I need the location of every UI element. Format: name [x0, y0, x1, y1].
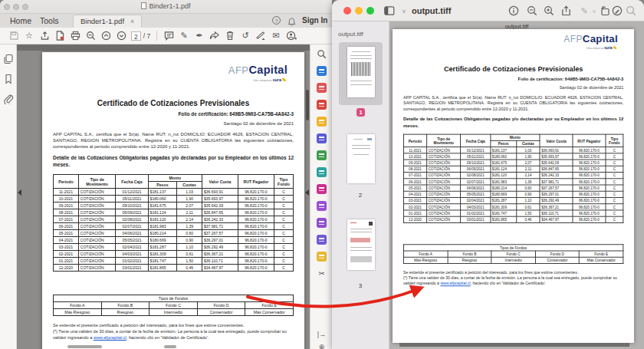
- table-cell: 1,50: [517, 210, 540, 216]
- fill-sign-icon[interactable]: [317, 235, 327, 245]
- table-cell: 06/09/2021: [461, 166, 491, 173]
- close-tab-icon[interactable]: ×: [130, 18, 134, 25]
- rotate-left-icon[interactable]: [599, 5, 611, 16]
- table-cell: 0,61: [177, 251, 202, 258]
- thumbnail-page-1[interactable]: [347, 47, 375, 97]
- pdf-document-viewport[interactable]: AFPCapital Una empresa sura Certificado …: [17, 44, 310, 349]
- search-icon[interactable]: [317, 49, 327, 59]
- convert-pages-icon[interactable]: [317, 133, 327, 143]
- table-cell: $36.693,91: [540, 147, 573, 153]
- snip-scissors-icon[interactable]: ✂: [317, 268, 327, 278]
- sign-in-button[interactable]: Sign In: [302, 14, 327, 28]
- esign-person-icon[interactable]: [317, 218, 327, 228]
- sidebar-chevron-icon[interactable]: v: [398, 5, 410, 16]
- attachments-panel-icon[interactable]: [3, 94, 14, 104]
- previous-page-icon[interactable]: [98, 30, 113, 42]
- table-cell: 96.820.170-0: [573, 179, 606, 185]
- ink-signature-icon[interactable]: ✒: [192, 30, 207, 42]
- search-icon[interactable]: [625, 5, 637, 16]
- tab-home[interactable]: Home: [10, 14, 31, 28]
- afpcapital-link[interactable]: www.afpcapital.cl: [440, 282, 470, 285]
- table-row: 01-2021COTIZACIÓN01/02/2021$181.7471,50$…: [54, 258, 294, 265]
- pdf-viewer-window: Binder1-1.pdf Home Tools Binder1-1.pdf× …: [0, 0, 332, 349]
- table-cell: $36.110,71: [202, 258, 238, 265]
- zoom-window-button[interactable]: [366, 7, 374, 15]
- save-icon[interactable]: [6, 30, 21, 42]
- collapse-right-panel-icon[interactable]: [305, 189, 309, 196]
- table-cell: 09-2021: [54, 202, 79, 209]
- sidebar-toggle-icon[interactable]: [384, 5, 396, 16]
- table-cell: 02/08/2021: [461, 173, 491, 179]
- table-cell: 05/05/2021: [116, 237, 148, 244]
- table-row: 11-2021COTIZACIÓN01/12/2021$181.1371,03$…: [403, 147, 623, 153]
- markup-toolbar-icon[interactable]: [611, 5, 623, 16]
- zoom-in-icon[interactable]: [543, 5, 555, 16]
- minimize-window-button[interactable]: [355, 7, 363, 15]
- expand-panel-icon[interactable]: |→: [317, 330, 327, 340]
- table-cell: 05-2021: [403, 185, 426, 191]
- table-cell: C: [606, 160, 623, 166]
- afpcapital-link[interactable]: www.afpcapital.cl: [94, 335, 127, 340]
- table-cell: $181.120: [148, 216, 177, 223]
- table-cell: Fondo B: [448, 251, 491, 257]
- table-cell: C: [274, 230, 293, 237]
- table-cell: Riesgoso: [101, 309, 150, 316]
- bookmarks-panel-icon[interactable]: [3, 74, 14, 84]
- table-cell: COTIZACIÓN: [78, 202, 116, 209]
- edit-pdf-icon[interactable]: [317, 201, 327, 211]
- help-icon[interactable]: ?: [272, 16, 281, 25]
- new-page-icon[interactable]: [52, 30, 67, 42]
- share-forward-icon[interactable]: [207, 30, 222, 42]
- export-excel-icon[interactable]: [317, 150, 327, 160]
- collapse-left-panel-icon[interactable]: [18, 189, 21, 196]
- table-cell: 96.820.170-0: [238, 216, 274, 223]
- share-upload-icon[interactable]: [37, 30, 52, 42]
- table-cell: 96.820.170-0: [573, 198, 606, 204]
- table-cell: 10-2021: [403, 153, 426, 160]
- export-pdf-icon[interactable]: [317, 100, 327, 110]
- zoom-out-icon[interactable]: [526, 5, 538, 16]
- share-icon[interactable]: [560, 5, 572, 16]
- translate-chat-icon[interactable]: [317, 167, 327, 177]
- table-cell: $180.669: [148, 237, 177, 244]
- col-header-monto: Monto: [491, 134, 540, 140]
- comments-panel-icon[interactable]: [317, 117, 327, 127]
- table-cell: 12-2020: [54, 265, 79, 272]
- highlighter-tool-icon[interactable]: [317, 184, 327, 194]
- info-icon[interactable]: [508, 5, 520, 16]
- table-cell: 96.820.170-0: [238, 244, 274, 251]
- pages-panel-icon[interactable]: [3, 54, 14, 64]
- favorite-star-icon[interactable]: ☆: [21, 30, 37, 42]
- table-cell: COTIZACIÓN: [78, 196, 116, 202]
- combine-files-icon[interactable]: [317, 252, 327, 262]
- table-cell: 0,46: [517, 216, 540, 222]
- document-scrollbar-thumb[interactable]: [306, 90, 309, 120]
- col-header-fecha-caja: Fecha Caja: [116, 175, 148, 189]
- email-icon[interactable]: ✉: [268, 30, 284, 42]
- table-cell: 09/10/2021: [116, 202, 148, 209]
- dock-remnant: [164, 345, 176, 348]
- sign-document-icon[interactable]: [253, 30, 268, 42]
- delete-trash-icon[interactable]: [222, 30, 238, 42]
- page-number-input[interactable]: 2: [131, 31, 141, 41]
- next-page-icon[interactable]: [113, 30, 129, 42]
- rotate-icon[interactable]: ↺: [238, 30, 253, 42]
- thumbnail-page-3[interactable]: [347, 219, 375, 270]
- print-icon[interactable]: [67, 30, 83, 42]
- preview-title: output.tiff: [412, 6, 451, 15]
- table-cell: 01/12/2021: [461, 147, 491, 153]
- pencil-edit-icon[interactable]: ✎: [176, 30, 192, 42]
- document-tab[interactable]: Binder1-1.pdf×: [73, 15, 142, 28]
- table-cell: 96.820.170-0: [238, 237, 274, 244]
- tab-tools[interactable]: Tools: [40, 14, 59, 28]
- close-window-button[interactable]: [343, 7, 351, 15]
- thumbnail-page-2[interactable]: [347, 134, 375, 183]
- share-person-icon[interactable]: [284, 30, 299, 42]
- create-pdf-icon[interactable]: [317, 66, 327, 76]
- add-tools-icon[interactable]: ⊕: [317, 342, 327, 349]
- thumbnail-1-badge: 1: [356, 108, 365, 117]
- organize-pages-icon[interactable]: [317, 83, 327, 93]
- zoom-out-icon[interactable]: [83, 30, 98, 42]
- table-cell: $36.297,01: [540, 191, 573, 197]
- comment-icon[interactable]: [161, 30, 176, 42]
